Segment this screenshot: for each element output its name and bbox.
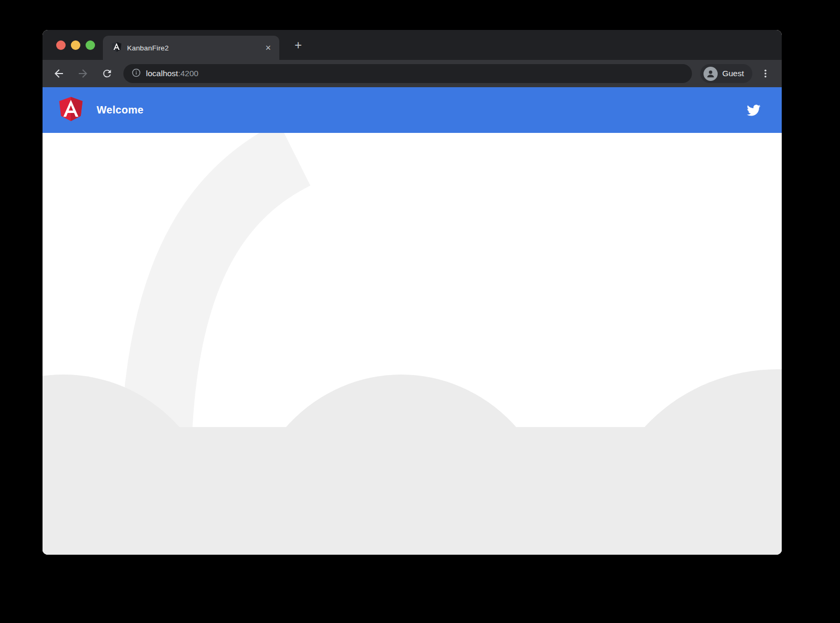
back-button[interactable] [51, 66, 67, 81]
browser-menu-button[interactable] [758, 66, 773, 81]
close-window-button[interactable] [56, 40, 66, 50]
angular-favicon-icon [111, 41, 122, 54]
background-artwork [43, 133, 782, 555]
page-content: kanban-fire app is running! Resources He… [43, 133, 782, 555]
angular-logo-icon [59, 96, 83, 124]
tab-close-icon[interactable]: × [265, 43, 271, 53]
browser-toolbar: localhost:4200 Guest [43, 60, 782, 87]
window-controls [56, 40, 95, 50]
minimize-window-button[interactable] [71, 40, 80, 50]
site-info-icon[interactable] [132, 68, 141, 79]
page-title: Welcome [97, 104, 144, 116]
url-port: :4200 [178, 69, 198, 78]
browser-tab[interactable]: KanbanFire2 × [103, 36, 279, 60]
address-bar[interactable]: localhost:4200 [123, 64, 692, 83]
twitter-icon [746, 103, 762, 117]
tab-strip: KanbanFire2 × + [43, 30, 782, 60]
tab-title: KanbanFire2 [127, 44, 169, 52]
profile-label: Guest [722, 69, 744, 78]
back-arrow-icon [52, 67, 65, 80]
reload-button[interactable] [99, 66, 115, 81]
twitter-link[interactable] [746, 103, 762, 117]
app-toolbar: Welcome [43, 87, 782, 133]
forward-arrow-icon [77, 67, 89, 80]
url-host: localhost [146, 69, 178, 78]
profile-chip[interactable]: Guest [700, 64, 752, 83]
reload-icon [101, 68, 113, 79]
guest-avatar-icon [704, 67, 718, 81]
forward-button[interactable] [75, 66, 91, 81]
browser-window: KanbanFire2 × + localhost:4200 Guest [43, 30, 782, 555]
kebab-menu-icon [760, 68, 771, 79]
new-tab-button[interactable]: + [290, 37, 306, 53]
fullscreen-window-button[interactable] [86, 40, 95, 50]
